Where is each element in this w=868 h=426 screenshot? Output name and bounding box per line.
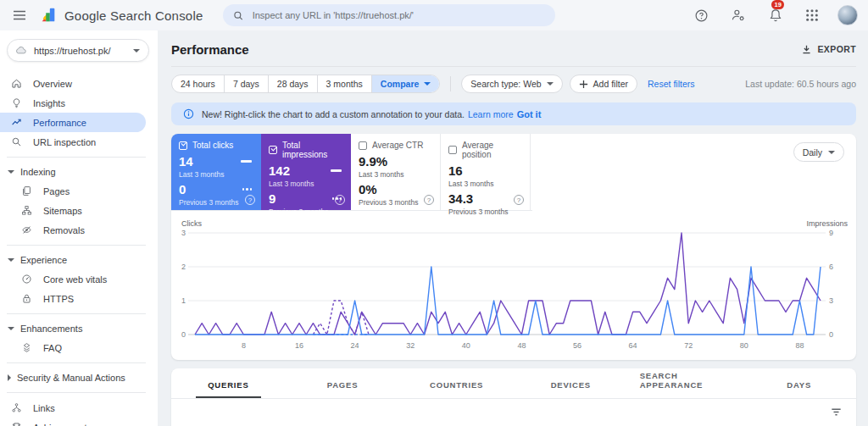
toolbar-separator <box>450 76 451 91</box>
average-position-tile[interactable]: Average position 16 Last 3 months 34.3 P… <box>441 134 531 210</box>
svg-text:56: 56 <box>573 341 581 350</box>
svg-text:3: 3 <box>181 229 186 237</box>
property-selector[interactable]: https://truehost.pk/ <box>7 39 149 62</box>
magnifier-icon <box>10 136 22 147</box>
home-icon <box>10 78 22 89</box>
sidebar-item-sitemaps[interactable]: Sitemaps <box>0 201 146 220</box>
checkbox-checked-icon[interactable] <box>269 146 277 154</box>
tab-days[interactable]: DAYS <box>742 368 856 398</box>
tab-queries[interactable]: QUERIES <box>171 368 286 398</box>
export-button[interactable]: EXPORT <box>801 44 856 55</box>
svg-text:1: 1 <box>181 296 186 305</box>
sidebar-item-performance[interactable]: Performance <box>0 113 146 132</box>
date-chip-28-days[interactable]: 28 days <box>268 75 317 92</box>
sidebar-divider <box>7 245 146 246</box>
caret-down-icon <box>8 170 14 174</box>
chevron-down-icon <box>133 49 140 53</box>
svg-text:6: 6 <box>829 263 833 271</box>
sidebar-item-overview[interactable]: Overview <box>0 74 146 93</box>
apps-grid-icon[interactable] <box>802 5 822 25</box>
date-chip-7-days[interactable]: 7 days <box>224 75 268 92</box>
average-ctr-tile[interactable]: Average CTR 9.9% Last 3 months 0% Previo… <box>351 134 441 210</box>
sidebar-section-indexing[interactable]: Indexing <box>0 163 158 181</box>
date-chip-3-months[interactable]: 3 months <box>317 75 371 92</box>
sidebar-item-pages[interactable]: Pages <box>0 181 146 201</box>
sidebar-divider <box>7 362 146 363</box>
total-clicks-tile[interactable]: Total clicks 14 Last 3 months 0 Previous… <box>171 134 261 210</box>
help-icon[interactable] <box>691 5 712 26</box>
menu-icon[interactable] <box>8 4 31 26</box>
svg-text:3: 3 <box>829 296 833 305</box>
sidebar-section-experience[interactable]: Experience <box>0 251 158 269</box>
help-icon[interactable]: ? <box>424 195 434 205</box>
google-search-console-app: Google Search Console 19 <box>0 0 868 426</box>
page-title: Performance <box>171 42 249 57</box>
tab-search-appearance[interactable]: SEARCH APPEARANCE <box>628 368 743 398</box>
help-icon[interactable]: ? <box>514 195 524 205</box>
date-chip-24-hours[interactable]: 24 hours <box>172 75 224 92</box>
checkbox-unchecked-icon[interactable] <box>359 141 367 150</box>
eye-off-icon <box>20 224 32 235</box>
help-icon[interactable]: ? <box>335 195 345 205</box>
user-avatar[interactable] <box>837 5 858 25</box>
user-settings-icon[interactable] <box>727 4 749 26</box>
performance-chart[interactable]: 00132639ClicksImpressions816243240485664… <box>180 218 849 355</box>
property-icon <box>14 44 27 57</box>
svg-text:64: 64 <box>629 341 637 350</box>
svg-text:0: 0 <box>181 330 186 339</box>
checkbox-checked-icon[interactable] <box>179 141 187 150</box>
sidebar-item-achievements[interactable]: Achievements <box>0 418 146 426</box>
search-type-dropdown[interactable]: Search type: Web <box>461 75 562 93</box>
checkbox-unchecked-icon[interactable] <box>448 146 457 154</box>
got-it-button[interactable]: Got it <box>517 109 542 119</box>
learn-more-link[interactable]: Learn more <box>468 109 514 119</box>
top-bar: Google Search Console 19 <box>0 0 868 30</box>
trophy-icon <box>10 422 22 426</box>
info-icon <box>183 108 194 119</box>
chart-area[interactable]: 00132639ClicksImpressions816243240485664… <box>171 211 856 355</box>
sidebar-item-core-web-vitals[interactable]: Core web vitals <box>0 269 146 289</box>
svg-text:88: 88 <box>795 341 804 350</box>
svg-text:80: 80 <box>740 341 748 350</box>
property-url: https://truehost.pk/ <box>34 46 133 56</box>
caret-right-icon <box>8 374 11 381</box>
sidebar-item-links[interactable]: Links <box>0 398 146 418</box>
granularity-dropdown[interactable]: Daily <box>793 142 844 162</box>
plus-icon <box>579 80 588 89</box>
filter-toolbar: 24 hours 7 days 28 days 3 months Compare… <box>171 69 856 99</box>
download-icon <box>801 44 812 55</box>
svg-text:2: 2 <box>181 263 186 271</box>
svg-text:8: 8 <box>242 341 246 350</box>
sidebar: https://truehost.pk/ Overview Insights P… <box>0 30 158 426</box>
total-impressions-tile[interactable]: Total impressions 142 Last 3 months 9 Pr… <box>261 134 351 210</box>
sidebar-item-removals[interactable]: Removals <box>0 220 146 240</box>
sidebar-item-url-inspection[interactable]: URL inspection <box>0 132 146 152</box>
sidebar-divider <box>7 313 146 314</box>
compare-dropdown[interactable]: Compare <box>371 75 440 92</box>
main-content: Performance EXPORT 24 hours 7 days 28 da… <box>158 30 868 426</box>
banner-text: New! Right-click the chart to add a cust… <box>202 109 465 119</box>
sidebar-divider <box>7 392 146 393</box>
reset-filters-link[interactable]: Reset filters <box>648 79 694 89</box>
add-filter-button[interactable]: Add filter <box>570 75 637 93</box>
search-input[interactable] <box>253 10 546 20</box>
sidebar-item-insights[interactable]: Insights <box>0 93 146 113</box>
url-inspection-searchbox[interactable] <box>223 4 555 26</box>
tab-countries[interactable]: COUNTRIES <box>399 368 514 398</box>
caret-down-icon <box>547 82 554 86</box>
tab-pages[interactable]: PAGES <box>286 368 400 398</box>
svg-text:Impressions: Impressions <box>806 219 848 228</box>
filter-icon[interactable] <box>830 406 843 418</box>
topbar-actions: 19 <box>691 4 858 26</box>
notifications-bell-icon[interactable]: 19 <box>765 4 787 26</box>
sidebar-item-faq[interactable]: FAQ <box>0 338 146 357</box>
svg-text:24: 24 <box>351 341 359 350</box>
help-icon[interactable]: ? <box>245 195 255 205</box>
sidebar-divider <box>7 157 146 158</box>
svg-text:72: 72 <box>684 341 693 350</box>
sidebar-section-enhancements[interactable]: Enhancements <box>0 319 158 338</box>
speedometer-icon <box>20 274 32 285</box>
sidebar-section-security-manual-actions[interactable]: Security & Manual Actions <box>0 368 158 387</box>
sidebar-item-https[interactable]: HTTPS <box>0 289 146 308</box>
tab-devices[interactable]: DEVICES <box>514 368 628 398</box>
